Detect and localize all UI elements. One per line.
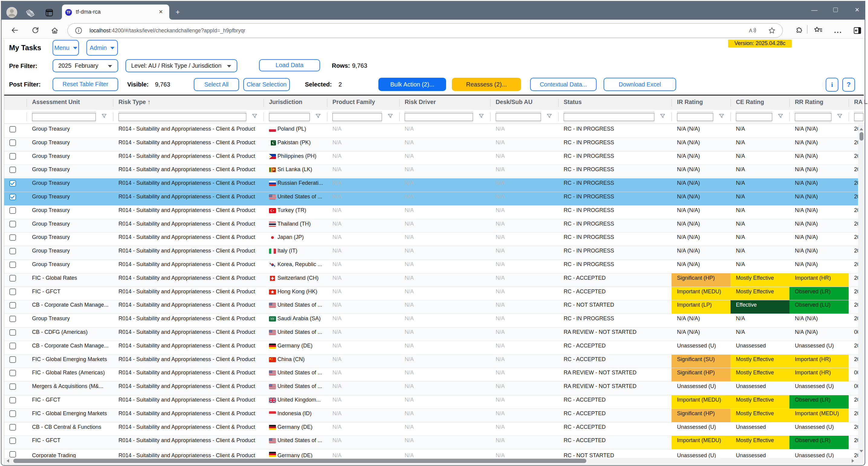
svg-text:A: A bbox=[749, 28, 752, 34]
